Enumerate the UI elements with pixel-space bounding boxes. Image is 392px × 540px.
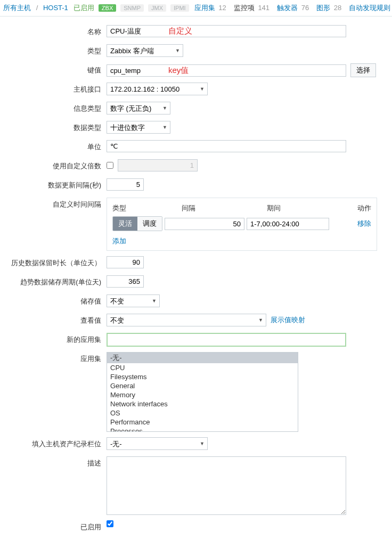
application-option[interactable]: -无- xyxy=(107,353,298,363)
refresh-input[interactable] xyxy=(107,178,144,191)
interval-header-gap: 间隔 xyxy=(182,203,267,213)
tab-applications[interactable]: 应用集 12 xyxy=(194,3,226,13)
label-custom-interval: 自定义时间间隔 xyxy=(0,198,107,209)
interval-add-link[interactable]: 添加 xyxy=(112,237,126,245)
store-select[interactable]: 不变 xyxy=(107,294,160,307)
select-key-button[interactable]: 选择 xyxy=(350,63,376,77)
seg-flexible[interactable]: 灵活 xyxy=(113,217,137,231)
info-type-select[interactable]: 数字 (无正负) xyxy=(107,102,170,114)
item-form: 名称 自定义 类型 Zabbix 客户端 键值 key值 选择 主机接口 172… xyxy=(0,17,392,540)
tab-graphs[interactable]: 图形 28 xyxy=(316,3,341,13)
tab-triggers[interactable]: 触发器 76 xyxy=(277,3,309,13)
view-select[interactable]: 不变 xyxy=(107,314,266,326)
application-option[interactable]: General xyxy=(107,381,298,390)
breadcrumb: 所有主机 / HOST-1 xyxy=(3,3,68,13)
label-view: 查看值 xyxy=(0,314,107,325)
applications-listbox[interactable]: -无-CPUFilesystemsGeneralMemoryNetwork in… xyxy=(107,352,298,432)
label-enabled: 已启用 xyxy=(0,520,107,532)
description-textarea[interactable] xyxy=(107,456,346,515)
new-app-input[interactable] xyxy=(107,333,346,347)
application-option[interactable]: Performance xyxy=(107,418,298,427)
key-input[interactable] xyxy=(107,64,346,77)
label-custom-mult: 使用自定义倍数 xyxy=(0,159,107,171)
label-store: 储存值 xyxy=(0,294,107,306)
label-unit: 单位 xyxy=(0,140,107,152)
badge-jmx: JMX xyxy=(148,4,166,12)
label-trends: 趋势数据储存周期(单位天) xyxy=(0,275,107,287)
interval-type-segment: 灵活 调度 xyxy=(112,216,162,231)
interval-header-type: 类型 xyxy=(112,203,182,213)
application-option[interactable]: OS xyxy=(107,408,298,418)
name-input[interactable] xyxy=(107,25,346,37)
custom-mult-checkbox[interactable] xyxy=(107,162,113,169)
badge-snmp: SNMP xyxy=(120,4,144,12)
tab-items[interactable]: 监控项 141 xyxy=(234,3,270,13)
annotation-custom: 自定义 xyxy=(168,26,192,36)
label-interface: 主机接口 xyxy=(0,83,107,94)
history-input[interactable] xyxy=(107,256,144,268)
label-type: 类型 xyxy=(0,44,107,56)
breadcrumb-root[interactable]: 所有主机 xyxy=(3,4,31,12)
interface-select[interactable]: 172.20.12.162 : 10050 xyxy=(107,83,208,95)
interval-header-action: 动作 xyxy=(357,203,371,213)
breadcrumb-host[interactable]: HOST-1 xyxy=(43,4,68,12)
enabled-checkbox[interactable] xyxy=(107,520,113,527)
status-enabled: 已启用 xyxy=(74,3,94,13)
label-name: 名称 xyxy=(0,25,107,37)
tab-discovery[interactable]: 自动发现规则 3 xyxy=(349,3,392,13)
interval-remove-link[interactable]: 移除 xyxy=(357,219,371,228)
annotation-keyval: key值 xyxy=(168,66,189,76)
unit-input[interactable] xyxy=(107,140,346,152)
label-data-type: 数据类型 xyxy=(0,121,107,133)
application-option[interactable]: Filesystems xyxy=(107,372,298,381)
badge-ipmi: IPMI xyxy=(170,4,189,12)
application-option[interactable]: Memory xyxy=(107,390,298,399)
application-option[interactable]: Processes xyxy=(107,427,298,432)
application-option[interactable]: Network interfaces xyxy=(107,399,298,408)
top-bar: 所有主机 / HOST-1 已启用 ZBX SNMP JMX IPMI 应用集 … xyxy=(0,0,392,17)
interval-gap-input[interactable] xyxy=(165,218,244,230)
interval-box: 类型 间隔 期间 动作 灵活 调度 移除 添加 xyxy=(107,198,377,251)
label-description: 描述 xyxy=(0,456,107,468)
tab-links: 应用集 12 监控项 141 触发器 76 图形 28 自动发现规则 3 We xyxy=(194,3,392,13)
label-app: 应用集 xyxy=(0,352,107,364)
interval-period-input[interactable] xyxy=(247,218,329,230)
label-inventory: 填入主机资产纪录栏位 xyxy=(0,437,107,449)
label-history: 历史数据保留时长（单位天） xyxy=(0,256,107,268)
application-option[interactable]: CPU xyxy=(107,363,298,372)
badge-zbx: ZBX xyxy=(99,4,116,12)
data-type-select[interactable]: 十进位数字 xyxy=(107,121,170,134)
custom-mult-input xyxy=(118,159,198,171)
seg-scheduled[interactable]: 调度 xyxy=(137,217,162,231)
trends-input[interactable] xyxy=(107,275,144,288)
label-new-app: 新的应用集 xyxy=(0,333,107,345)
show-value-map-link[interactable]: 展示值映射 xyxy=(271,315,305,325)
inventory-select[interactable]: -无- xyxy=(107,437,208,450)
type-select[interactable]: Zabbix 客户端 xyxy=(107,44,183,57)
label-info-type: 信息类型 xyxy=(0,102,107,113)
label-refresh: 数据更新间隔(秒) xyxy=(0,178,107,190)
label-key: 键值 xyxy=(0,63,107,75)
interval-header-period: 期间 xyxy=(267,203,357,213)
